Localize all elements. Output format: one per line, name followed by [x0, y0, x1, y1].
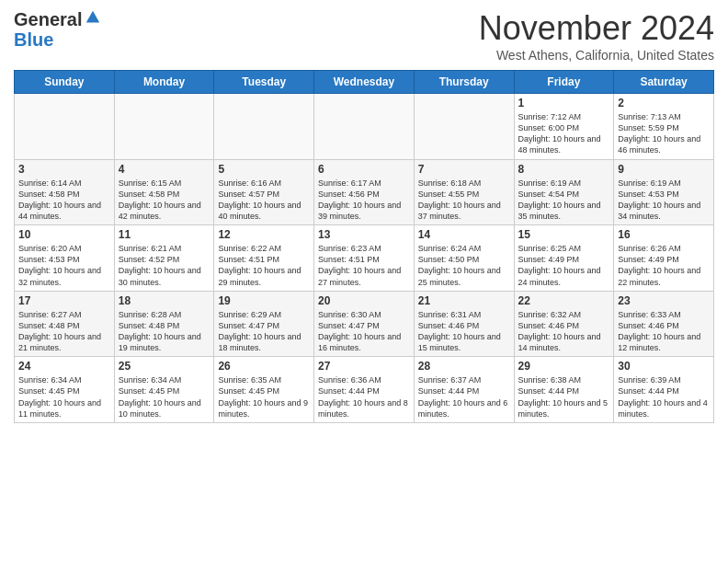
calendar-cell: 24Sunrise: 6:34 AM Sunset: 4:45 PM Dayli…	[15, 357, 115, 423]
calendar-cell: 5Sunrise: 6:16 AM Sunset: 4:57 PM Daylig…	[214, 159, 314, 225]
day-info: Sunrise: 6:22 AM Sunset: 4:51 PM Dayligh…	[218, 243, 310, 288]
calendar-cell: 30Sunrise: 6:39 AM Sunset: 4:44 PM Dayli…	[614, 357, 714, 423]
calendar-cell: 14Sunrise: 6:24 AM Sunset: 4:50 PM Dayli…	[414, 225, 514, 292]
day-info: Sunrise: 6:16 AM Sunset: 4:57 PM Dayligh…	[218, 178, 310, 223]
day-number: 6	[318, 163, 410, 176]
day-info: Sunrise: 7:12 AM Sunset: 6:00 PM Dayligh…	[518, 111, 610, 156]
day-number: 22	[518, 294, 610, 307]
calendar-cell: 29Sunrise: 6:38 AM Sunset: 4:44 PM Dayli…	[514, 357, 614, 423]
title-section: November 2024 West Athens, California, U…	[479, 9, 714, 63]
day-info: Sunrise: 6:32 AM Sunset: 4:46 PM Dayligh…	[518, 309, 610, 354]
calendar-cell	[114, 94, 214, 160]
week-row-5: 24Sunrise: 6:34 AM Sunset: 4:45 PM Dayli…	[15, 357, 714, 423]
calendar-cell: 10Sunrise: 6:20 AM Sunset: 4:53 PM Dayli…	[15, 225, 115, 292]
calendar-cell: 22Sunrise: 6:32 AM Sunset: 4:46 PM Dayli…	[514, 291, 614, 357]
day-number: 21	[418, 294, 510, 307]
day-number: 2	[618, 97, 710, 109]
day-number: 30	[618, 360, 710, 373]
calendar-cell	[15, 94, 115, 160]
calendar-cell: 17Sunrise: 6:27 AM Sunset: 4:48 PM Dayli…	[15, 291, 115, 357]
calendar-cell: 3Sunrise: 6:14 AM Sunset: 4:58 PM Daylig…	[15, 159, 115, 225]
calendar-cell: 1Sunrise: 7:12 AM Sunset: 6:00 PM Daylig…	[514, 94, 614, 160]
day-info: Sunrise: 6:26 AM Sunset: 4:49 PM Dayligh…	[618, 243, 710, 288]
header-tuesday: Tuesday	[214, 71, 314, 94]
logo-text-group: General Blue	[14, 9, 101, 50]
header-thursday: Thursday	[414, 71, 514, 94]
location: West Athens, California, United States	[479, 48, 714, 63]
day-number: 26	[218, 360, 310, 373]
day-info: Sunrise: 7:13 AM Sunset: 5:59 PM Dayligh…	[618, 111, 710, 156]
calendar-cell: 2Sunrise: 7:13 AM Sunset: 5:59 PM Daylig…	[614, 94, 714, 160]
calendar-cell: 9Sunrise: 6:19 AM Sunset: 4:53 PM Daylig…	[614, 159, 714, 225]
day-info: Sunrise: 6:33 AM Sunset: 4:46 PM Dayligh…	[618, 309, 710, 354]
calendar-cell: 23Sunrise: 6:33 AM Sunset: 4:46 PM Dayli…	[614, 291, 714, 357]
day-info: Sunrise: 6:19 AM Sunset: 4:53 PM Dayligh…	[618, 178, 710, 223]
logo-general: General	[14, 9, 82, 29]
calendar-cell: 4Sunrise: 6:15 AM Sunset: 4:58 PM Daylig…	[114, 159, 214, 225]
day-info: Sunrise: 6:37 AM Sunset: 4:44 PM Dayligh…	[418, 374, 510, 419]
day-number: 7	[418, 163, 510, 176]
day-number: 15	[518, 228, 610, 241]
calendar-cell: 19Sunrise: 6:29 AM Sunset: 4:47 PM Dayli…	[214, 291, 314, 357]
week-row-3: 10Sunrise: 6:20 AM Sunset: 4:53 PM Dayli…	[15, 225, 714, 292]
day-number: 28	[418, 360, 510, 373]
day-number: 3	[18, 163, 110, 176]
calendar-cell: 8Sunrise: 6:19 AM Sunset: 4:54 PM Daylig…	[514, 159, 614, 225]
calendar-cell: 25Sunrise: 6:34 AM Sunset: 4:45 PM Dayli…	[114, 357, 214, 423]
calendar-cell	[214, 94, 314, 160]
day-info: Sunrise: 6:14 AM Sunset: 4:58 PM Dayligh…	[18, 178, 110, 223]
calendar-cell	[414, 94, 514, 160]
calendar-cell: 15Sunrise: 6:25 AM Sunset: 4:49 PM Dayli…	[514, 225, 614, 292]
calendar-cell: 28Sunrise: 6:37 AM Sunset: 4:44 PM Dayli…	[414, 357, 514, 423]
header: General Blue November 2024 West Athens, …	[14, 9, 714, 63]
calendar: Sunday Monday Tuesday Wednesday Thursday…	[14, 70, 714, 423]
day-info: Sunrise: 6:24 AM Sunset: 4:50 PM Dayligh…	[418, 243, 510, 288]
day-info: Sunrise: 6:31 AM Sunset: 4:46 PM Dayligh…	[418, 309, 510, 354]
day-info: Sunrise: 6:29 AM Sunset: 4:47 PM Dayligh…	[218, 309, 310, 354]
day-number: 24	[18, 360, 110, 373]
page: General Blue November 2024 West Athens, …	[0, 0, 728, 563]
calendar-cell: 11Sunrise: 6:21 AM Sunset: 4:52 PM Dayli…	[114, 225, 214, 292]
day-info: Sunrise: 6:34 AM Sunset: 4:45 PM Dayligh…	[18, 374, 110, 419]
calendar-cell: 12Sunrise: 6:22 AM Sunset: 4:51 PM Dayli…	[214, 225, 314, 292]
header-monday: Monday	[114, 71, 214, 94]
day-info: Sunrise: 6:35 AM Sunset: 4:45 PM Dayligh…	[218, 374, 310, 419]
day-number: 16	[618, 228, 710, 241]
day-info: Sunrise: 6:28 AM Sunset: 4:48 PM Dayligh…	[119, 309, 210, 354]
day-info: Sunrise: 6:18 AM Sunset: 4:55 PM Dayligh…	[418, 178, 510, 223]
day-info: Sunrise: 6:39 AM Sunset: 4:44 PM Dayligh…	[618, 374, 710, 419]
day-info: Sunrise: 6:20 AM Sunset: 4:53 PM Dayligh…	[18, 243, 110, 288]
calendar-cell: 18Sunrise: 6:28 AM Sunset: 4:48 PM Dayli…	[114, 291, 214, 357]
logo-triangle-icon	[85, 9, 101, 29]
day-number: 18	[119, 294, 210, 307]
day-number: 29	[518, 360, 610, 373]
calendar-cell: 7Sunrise: 6:18 AM Sunset: 4:55 PM Daylig…	[414, 159, 514, 225]
day-info: Sunrise: 6:19 AM Sunset: 4:54 PM Dayligh…	[518, 178, 610, 223]
day-number: 14	[418, 228, 510, 241]
day-number: 4	[119, 163, 210, 176]
logo-blue: Blue	[14, 29, 53, 50]
day-number: 13	[318, 228, 410, 241]
day-info: Sunrise: 6:34 AM Sunset: 4:45 PM Dayligh…	[119, 374, 210, 419]
day-number: 11	[119, 228, 210, 241]
calendar-cell: 13Sunrise: 6:23 AM Sunset: 4:51 PM Dayli…	[314, 225, 415, 292]
day-number: 20	[318, 294, 410, 307]
logo: General Blue	[14, 9, 101, 50]
day-info: Sunrise: 6:38 AM Sunset: 4:44 PM Dayligh…	[518, 374, 610, 419]
day-number: 25	[119, 360, 210, 373]
day-number: 23	[618, 294, 710, 307]
day-info: Sunrise: 6:36 AM Sunset: 4:44 PM Dayligh…	[318, 374, 410, 419]
week-row-1: 1Sunrise: 7:12 AM Sunset: 6:00 PM Daylig…	[15, 94, 714, 160]
header-saturday: Saturday	[614, 71, 714, 94]
calendar-cell	[314, 94, 415, 160]
day-info: Sunrise: 6:27 AM Sunset: 4:48 PM Dayligh…	[18, 309, 110, 354]
day-info: Sunrise: 6:21 AM Sunset: 4:52 PM Dayligh…	[119, 243, 210, 288]
calendar-cell: 27Sunrise: 6:36 AM Sunset: 4:44 PM Dayli…	[314, 357, 415, 423]
day-info: Sunrise: 6:15 AM Sunset: 4:58 PM Dayligh…	[119, 178, 210, 223]
header-wednesday: Wednesday	[314, 71, 415, 94]
header-friday: Friday	[514, 71, 614, 94]
calendar-cell: 21Sunrise: 6:31 AM Sunset: 4:46 PM Dayli…	[414, 291, 514, 357]
calendar-cell: 16Sunrise: 6:26 AM Sunset: 4:49 PM Dayli…	[614, 225, 714, 292]
week-row-4: 17Sunrise: 6:27 AM Sunset: 4:48 PM Dayli…	[15, 291, 714, 357]
day-number: 17	[18, 294, 110, 307]
